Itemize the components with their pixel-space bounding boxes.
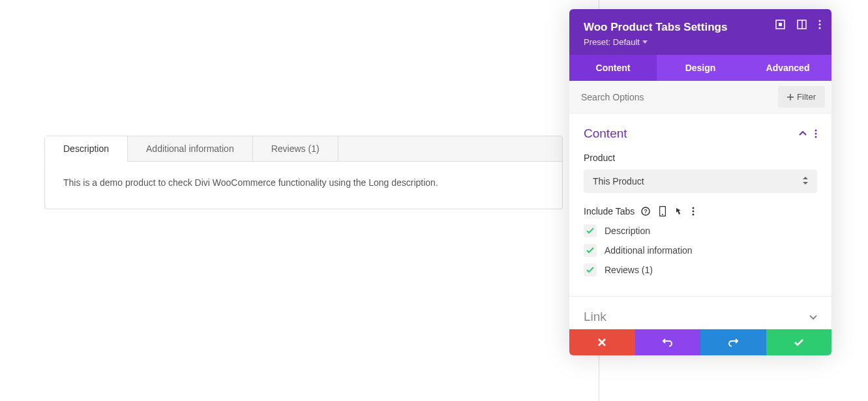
header-icons — [775, 20, 821, 29]
svg-point-6 — [819, 27, 821, 29]
panel-tab-content[interactable]: Content — [569, 55, 657, 81]
product-field-label: Product — [584, 153, 817, 163]
panel-tabs: Content Design Advanced — [569, 55, 831, 81]
select-caret-icon — [803, 176, 808, 186]
search-row: Filter — [569, 81, 831, 113]
content-section-title: Content — [584, 126, 627, 141]
svg-point-16 — [693, 214, 695, 216]
svg-point-8 — [815, 133, 817, 135]
checkbox-reviews[interactable] — [584, 263, 597, 276]
section-actions — [799, 129, 817, 138]
expand-icon — [809, 311, 817, 323]
check-icon — [586, 267, 594, 273]
svg-point-4 — [819, 20, 821, 22]
tab-reviews[interactable]: Reviews (1) — [253, 136, 338, 161]
include-tabs-row: Include Tabs ? — [584, 206, 817, 216]
check-icon — [586, 247, 594, 254]
section-more-icon[interactable] — [815, 129, 817, 138]
link-section-title: Link — [584, 310, 606, 324]
field-more-icon[interactable] — [692, 207, 695, 216]
svg-point-13 — [662, 214, 663, 215]
panel-tab-advanced[interactable]: Advanced — [744, 55, 831, 81]
collapse-icon[interactable] — [799, 131, 807, 136]
product-tabs-preview: Description Additional information Revie… — [44, 136, 563, 209]
tab-additional-information[interactable]: Additional information — [128, 136, 253, 161]
content-section: Content Product This Product Include Tab… — [569, 113, 831, 297]
svg-rect-1 — [779, 23, 782, 26]
include-item-additional: Additional information — [584, 244, 817, 257]
include-item-label: Reviews (1) — [605, 265, 653, 275]
panel-footer — [569, 329, 831, 355]
panel-header: Woo Product Tabs Settings Preset: Defaul… — [569, 9, 831, 55]
link-section-head[interactable]: Link — [569, 297, 831, 329]
content-section-head[interactable]: Content — [584, 126, 817, 141]
svg-point-5 — [819, 23, 821, 25]
cancel-button[interactable] — [569, 329, 635, 355]
svg-point-15 — [693, 211, 695, 213]
preset-label: Preset: Default — [584, 37, 640, 47]
checkbox-description[interactable] — [584, 224, 597, 237]
product-select[interactable]: This Product — [584, 170, 817, 193]
tab-description[interactable]: Description — [45, 136, 128, 162]
panel-tab-design[interactable]: Design — [657, 55, 744, 81]
include-item-label: Description — [605, 226, 650, 236]
preset-selector[interactable]: Preset: Default — [584, 37, 817, 47]
more-icon[interactable] — [818, 20, 821, 29]
include-tabs-icons: ? — [641, 206, 695, 216]
redo-button[interactable] — [700, 329, 766, 355]
include-item-reviews: Reviews (1) — [584, 263, 817, 276]
phone-icon[interactable] — [659, 206, 666, 216]
filter-button[interactable]: Filter — [778, 86, 825, 108]
filter-label: Filter — [797, 92, 816, 102]
preview-tabs-row: Description Additional information Revie… — [44, 136, 563, 162]
include-item-description: Description — [584, 224, 817, 237]
snap-icon[interactable] — [797, 20, 807, 29]
check-icon — [794, 338, 804, 346]
hover-icon[interactable] — [675, 207, 683, 216]
redo-icon — [728, 338, 738, 347]
product-select-value: This Product — [593, 176, 644, 186]
check-icon — [586, 228, 594, 234]
chevron-down-icon — [642, 40, 648, 44]
help-icon[interactable]: ? — [641, 207, 650, 216]
close-icon — [597, 338, 606, 347]
svg-point-9 — [815, 136, 817, 138]
plus-icon — [787, 94, 794, 100]
search-input[interactable] — [569, 83, 771, 111]
tab-content: This is a demo product to check Divi Woo… — [44, 162, 563, 209]
include-item-label: Additional information — [605, 245, 693, 256]
svg-text:?: ? — [644, 208, 648, 215]
undo-icon — [663, 338, 673, 347]
checkbox-additional[interactable] — [584, 244, 597, 257]
save-button[interactable] — [766, 329, 832, 355]
include-tabs-label: Include Tabs — [584, 206, 635, 216]
undo-button[interactable] — [635, 329, 701, 355]
expand-icon[interactable] — [775, 20, 785, 29]
settings-panel: Woo Product Tabs Settings Preset: Defaul… — [569, 9, 831, 355]
svg-point-7 — [815, 130, 817, 132]
svg-point-14 — [693, 207, 695, 209]
